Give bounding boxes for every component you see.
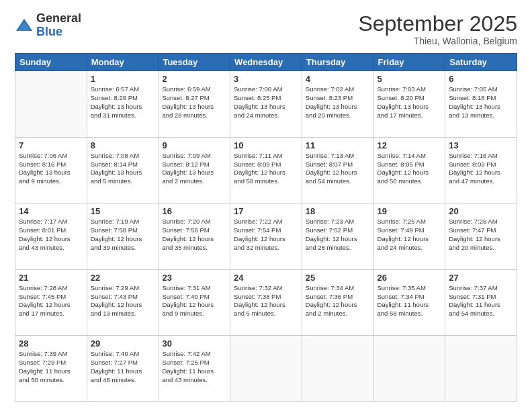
- calendar-cell: 22Sunrise: 7:29 AM Sunset: 7:43 PM Dayli…: [87, 269, 159, 336]
- calendar-cell: 7Sunrise: 7:06 AM Sunset: 8:16 PM Daylig…: [15, 137, 87, 203]
- calendar-cell: 19Sunrise: 7:25 AM Sunset: 7:49 PM Dayli…: [373, 203, 445, 270]
- calendar-cell: [302, 336, 373, 402]
- calendar-cell: 5Sunrise: 7:03 AM Sunset: 8:20 PM Daylig…: [373, 71, 445, 138]
- logo-text: General Blue: [36, 12, 81, 39]
- calendar-cell: 15Sunrise: 7:19 AM Sunset: 7:58 PM Dayli…: [87, 203, 159, 270]
- day-number: 15: [91, 206, 155, 216]
- day-info: Sunrise: 7:09 AM Sunset: 8:12 PM Dayligh…: [162, 152, 226, 186]
- calendar-cell: 8Sunrise: 7:08 AM Sunset: 8:14 PM Daylig…: [87, 137, 159, 203]
- calendar-header-sunday: Sunday: [15, 54, 87, 71]
- day-number: 27: [449, 273, 513, 283]
- day-number: 17: [234, 206, 298, 216]
- calendar-cell: 21Sunrise: 7:28 AM Sunset: 7:45 PM Dayli…: [15, 269, 87, 336]
- calendar-cell: 9Sunrise: 7:09 AM Sunset: 8:12 PM Daylig…: [159, 137, 230, 203]
- calendar-cell: [230, 336, 302, 402]
- day-number: 14: [19, 206, 83, 216]
- calendar-cell: 26Sunrise: 7:35 AM Sunset: 7:34 PM Dayli…: [373, 269, 445, 336]
- day-info: Sunrise: 7:03 AM Sunset: 8:20 PM Dayligh…: [378, 85, 442, 120]
- day-info: Sunrise: 7:05 AM Sunset: 8:18 PM Dayligh…: [449, 85, 513, 120]
- calendar-week-3: 14Sunrise: 7:17 AM Sunset: 8:01 PM Dayli…: [15, 203, 517, 270]
- calendar-cell: 2Sunrise: 6:59 AM Sunset: 8:27 PM Daylig…: [159, 71, 230, 138]
- day-info: Sunrise: 7:11 AM Sunset: 8:09 PM Dayligh…: [234, 152, 298, 186]
- title-block: September 2025 Thieu, Wallonia, Belgium: [358, 12, 517, 46]
- day-info: Sunrise: 7:22 AM Sunset: 7:54 PM Dayligh…: [234, 218, 298, 252]
- subtitle: Thieu, Wallonia, Belgium: [358, 36, 517, 46]
- logo-icon: [15, 16, 34, 35]
- day-info: Sunrise: 7:00 AM Sunset: 8:25 PM Dayligh…: [234, 85, 298, 120]
- day-number: 2: [162, 74, 226, 84]
- calendar-cell: 20Sunrise: 7:26 AM Sunset: 7:47 PM Dayli…: [445, 203, 517, 270]
- day-number: 30: [162, 338, 226, 349]
- calendar-header-monday: Monday: [87, 54, 159, 71]
- day-info: Sunrise: 7:23 AM Sunset: 7:52 PM Dayligh…: [306, 218, 370, 252]
- day-number: 16: [162, 206, 226, 216]
- day-number: 21: [19, 273, 83, 283]
- day-info: Sunrise: 7:13 AM Sunset: 8:07 PM Dayligh…: [306, 152, 370, 186]
- calendar-cell: 10Sunrise: 7:11 AM Sunset: 8:09 PM Dayli…: [230, 137, 302, 203]
- calendar-week-1: 1Sunrise: 6:57 AM Sunset: 8:29 PM Daylig…: [15, 71, 517, 138]
- day-info: Sunrise: 7:39 AM Sunset: 7:29 PM Dayligh…: [19, 350, 83, 384]
- day-info: Sunrise: 7:32 AM Sunset: 7:38 PM Dayligh…: [234, 284, 298, 318]
- calendar-cell: 13Sunrise: 7:16 AM Sunset: 8:03 PM Dayli…: [445, 137, 517, 203]
- day-info: Sunrise: 7:26 AM Sunset: 7:47 PM Dayligh…: [449, 218, 513, 252]
- calendar-cell: 3Sunrise: 7:00 AM Sunset: 8:25 PM Daylig…: [230, 71, 302, 138]
- day-number: 23: [162, 273, 226, 283]
- calendar-cell: [373, 336, 445, 402]
- calendar-cell: 25Sunrise: 7:34 AM Sunset: 7:36 PM Dayli…: [302, 269, 373, 336]
- calendar-cell: 29Sunrise: 7:40 AM Sunset: 7:27 PM Dayli…: [87, 336, 159, 402]
- calendar-header-tuesday: Tuesday: [159, 54, 230, 71]
- day-info: Sunrise: 6:57 AM Sunset: 8:29 PM Dayligh…: [91, 85, 155, 120]
- calendar-week-2: 7Sunrise: 7:06 AM Sunset: 8:16 PM Daylig…: [15, 137, 517, 203]
- day-number: 7: [19, 140, 83, 150]
- day-info: Sunrise: 6:59 AM Sunset: 8:27 PM Dayligh…: [162, 85, 226, 120]
- calendar-cell: 16Sunrise: 7:20 AM Sunset: 7:56 PM Dayli…: [159, 203, 230, 270]
- calendar-cell: 23Sunrise: 7:31 AM Sunset: 7:40 PM Dayli…: [159, 269, 230, 336]
- day-number: 3: [234, 74, 298, 84]
- calendar-cell: 28Sunrise: 7:39 AM Sunset: 7:29 PM Dayli…: [15, 336, 87, 402]
- page: General Blue September 2025 Thieu, Wallo…: [0, 0, 532, 411]
- day-number: 13: [449, 140, 513, 150]
- day-info: Sunrise: 7:37 AM Sunset: 7:31 PM Dayligh…: [449, 284, 513, 318]
- calendar-cell: 11Sunrise: 7:13 AM Sunset: 8:07 PM Dayli…: [302, 137, 373, 203]
- calendar-cell: 18Sunrise: 7:23 AM Sunset: 7:52 PM Dayli…: [302, 203, 373, 270]
- day-info: Sunrise: 7:19 AM Sunset: 7:58 PM Dayligh…: [91, 218, 155, 252]
- day-number: 11: [306, 140, 370, 150]
- day-info: Sunrise: 7:08 AM Sunset: 8:14 PM Dayligh…: [91, 152, 155, 186]
- day-number: 9: [162, 140, 226, 150]
- day-number: 5: [378, 74, 442, 84]
- calendar-cell: 24Sunrise: 7:32 AM Sunset: 7:38 PM Dayli…: [230, 269, 302, 336]
- calendar-cell: 6Sunrise: 7:05 AM Sunset: 8:18 PM Daylig…: [445, 71, 517, 138]
- day-info: Sunrise: 7:14 AM Sunset: 8:05 PM Dayligh…: [378, 152, 442, 186]
- calendar-cell: 14Sunrise: 7:17 AM Sunset: 8:01 PM Dayli…: [15, 203, 87, 270]
- day-number: 24: [234, 273, 298, 283]
- day-info: Sunrise: 7:06 AM Sunset: 8:16 PM Dayligh…: [19, 152, 83, 186]
- day-number: 12: [378, 140, 442, 150]
- logo: General Blue: [15, 12, 81, 39]
- main-title: September 2025: [358, 12, 517, 36]
- calendar-header-saturday: Saturday: [445, 54, 517, 71]
- day-number: 19: [378, 206, 442, 216]
- calendar-cell: 1Sunrise: 6:57 AM Sunset: 8:29 PM Daylig…: [87, 71, 159, 138]
- day-info: Sunrise: 7:42 AM Sunset: 7:25 PM Dayligh…: [162, 350, 226, 384]
- calendar-cell: 27Sunrise: 7:37 AM Sunset: 7:31 PM Dayli…: [445, 269, 517, 336]
- day-info: Sunrise: 7:16 AM Sunset: 8:03 PM Dayligh…: [449, 152, 513, 186]
- day-number: 25: [306, 273, 370, 283]
- calendar: SundayMondayTuesdayWednesdayThursdayFrid…: [15, 53, 517, 402]
- day-number: 10: [234, 140, 298, 150]
- calendar-cell: [445, 336, 517, 402]
- day-info: Sunrise: 7:34 AM Sunset: 7:36 PM Dayligh…: [306, 284, 370, 318]
- day-number: 1: [91, 74, 155, 84]
- calendar-header-wednesday: Wednesday: [230, 54, 302, 71]
- day-info: Sunrise: 7:31 AM Sunset: 7:40 PM Dayligh…: [162, 284, 226, 318]
- calendar-header-row: SundayMondayTuesdayWednesdayThursdayFrid…: [15, 54, 517, 71]
- day-info: Sunrise: 7:17 AM Sunset: 8:01 PM Dayligh…: [19, 218, 83, 252]
- day-number: 26: [378, 273, 442, 283]
- day-info: Sunrise: 7:29 AM Sunset: 7:43 PM Dayligh…: [91, 284, 155, 318]
- day-info: Sunrise: 7:20 AM Sunset: 7:56 PM Dayligh…: [162, 218, 226, 252]
- logo-blue: Blue: [36, 26, 81, 39]
- day-info: Sunrise: 7:02 AM Sunset: 8:23 PM Dayligh…: [306, 85, 370, 120]
- day-number: 28: [19, 338, 83, 349]
- day-number: 8: [91, 140, 155, 150]
- day-number: 22: [91, 273, 155, 283]
- day-number: 18: [306, 206, 370, 216]
